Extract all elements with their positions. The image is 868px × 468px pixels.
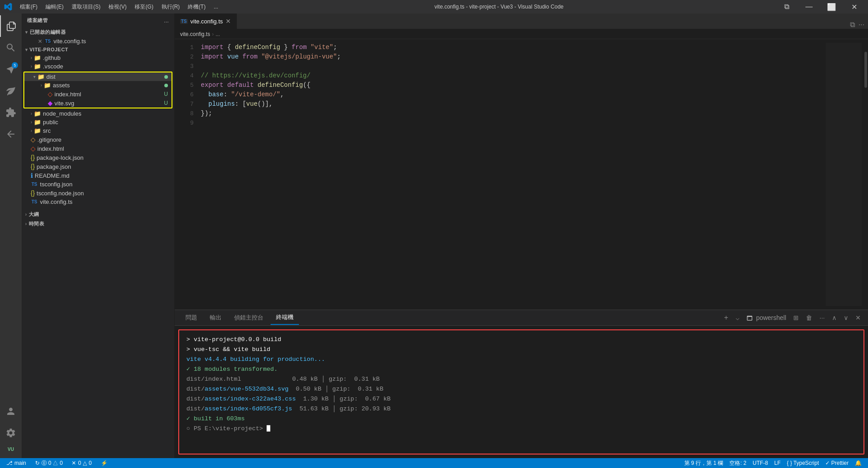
panel-more-button[interactable]: ··· <box>818 313 827 322</box>
status-lightning[interactable]: ⚡ <box>98 460 110 466</box>
open-file-vite-config[interactable]: ✕ TS vite.config.ts <box>22 37 174 45</box>
layout-button[interactable]: ⧉ <box>776 0 797 14</box>
terminal-content[interactable]: > vite-project@0.0.0 build > vue-tsc && … <box>179 330 863 454</box>
split-editor-button[interactable]: ⧉ <box>850 21 855 29</box>
code-line-7: plugins: [vue()], <box>201 99 826 109</box>
breadcrumb-sep: › <box>212 31 214 37</box>
status-errors[interactable]: ✕ 0 △ 0 <box>69 460 94 466</box>
sidebar-more-button[interactable]: ... <box>164 18 169 23</box>
tree-item-tsconfig-node[interactable]: {} tsconfig.node.json <box>22 189 174 198</box>
delete-terminal-button[interactable]: 🗑 <box>804 313 814 322</box>
menu-more[interactable]: ... <box>210 3 222 11</box>
breadcrumb-file[interactable]: vite.config.ts <box>180 31 210 37</box>
tab-close-button[interactable]: ✕ <box>226 18 231 25</box>
add-terminal-button[interactable]: + <box>722 313 730 323</box>
folder-name: src <box>43 127 50 134</box>
status-spaces[interactable]: 空格: 2 <box>727 459 749 467</box>
tab-debug-console[interactable]: 偵錯主控台 <box>229 311 269 324</box>
tree-item-gitignore[interactable]: ◇ .gitignore <box>22 135 174 144</box>
activity-explorer[interactable] <box>0 15 22 37</box>
status-notifications[interactable]: 🔔 <box>852 460 864 466</box>
status-prettier[interactable]: ✓ Prettier <box>823 460 851 466</box>
window-controls[interactable]: ⧉ — ⬜ ✕ <box>776 0 864 14</box>
tree-item-public[interactable]: › 📁 public <box>22 118 174 126</box>
status-cursor-pos[interactable]: 第 9 行，第 1 欄 <box>682 459 726 467</box>
folder-chevron: › <box>31 128 32 133</box>
tab-problems[interactable]: 問題 <box>180 311 203 324</box>
tab-output[interactable]: 輸出 <box>204 311 227 324</box>
terminal-line-1: > vite-project@0.0.0 build <box>186 335 856 345</box>
bell-icon: 🔔 <box>855 460 862 466</box>
panel-down-button[interactable]: ∨ <box>842 313 850 322</box>
editor-more-button[interactable]: ··· <box>859 21 864 29</box>
menu-view[interactable]: 檢視(V) <box>105 2 130 12</box>
ts-icon: TS <box>44 39 52 44</box>
tree-item-vite-config[interactable]: TS vite.config.ts <box>22 198 174 206</box>
maximize-button[interactable]: ⬜ <box>821 0 842 14</box>
tree-item-vite-svg[interactable]: ◆ vite.svg U <box>24 99 172 108</box>
tree-item-index-html[interactable]: ◇ index.html <box>22 144 174 153</box>
tree-item-github[interactable]: › 📁 .github <box>22 54 174 62</box>
tree-item-package-lock[interactable]: {} package-lock.json <box>22 153 174 162</box>
close-button[interactable]: ✕ <box>844 0 864 14</box>
json-icon: {} <box>31 189 35 197</box>
status-eol[interactable]: LF <box>772 460 783 466</box>
menu-selection[interactable]: 選取項目(S) <box>68 2 104 12</box>
tree-item-src[interactable]: › 📁 src <box>22 126 174 135</box>
tab-vite-config[interactable]: TS vite.config.ts ✕ <box>175 14 237 29</box>
activity-settings[interactable] <box>0 422 22 444</box>
split-terminal-button[interactable]: ⌵ <box>734 313 741 322</box>
activity-source-control[interactable]: 5 <box>0 58 22 80</box>
tree-item-vscode[interactable]: › 📁 .vscode <box>22 62 174 71</box>
minimize-button[interactable]: — <box>799 0 819 14</box>
folder-name: .github <box>43 54 60 61</box>
svg-icon: ◆ <box>48 99 53 107</box>
titlebar-menu[interactable]: 檔案(F) 編輯(E) 選取項目(S) 檢視(V) 移至(G) 執行(R) 終機… <box>16 2 222 12</box>
tree-item-package-json[interactable]: {} package.json <box>22 162 174 171</box>
menu-terminal[interactable]: 終機(T) <box>184 2 209 12</box>
menu-run[interactable]: 執行(R) <box>158 2 184 12</box>
terminal-label: powershell <box>745 313 788 322</box>
activity-extensions[interactable] <box>0 102 22 123</box>
tree-item-node-modules[interactable]: › 📁 node_modules <box>22 109 174 118</box>
tree-item-tsconfig[interactable]: TS tsconfig.json <box>22 180 174 189</box>
tree-item-readme[interactable]: ℹ README.md <box>22 171 174 180</box>
activity-search[interactable] <box>0 37 22 58</box>
dist-badge <box>164 75 168 79</box>
menu-edit[interactable]: 編輯(E) <box>42 2 67 12</box>
status-encoding[interactable]: UTF-8 <box>750 460 771 466</box>
activity-run[interactable] <box>0 80 22 102</box>
tree-item-index-html-dist[interactable]: ◇ index.html U <box>24 90 172 99</box>
activity-accounts[interactable] <box>0 400 22 422</box>
project-section[interactable]: ▾ VITE-PROJECT <box>22 45 174 54</box>
activity-remote[interactable] <box>0 123 22 145</box>
panel-up-button[interactable]: ∧ <box>830 313 838 322</box>
folder-name: public <box>43 119 58 126</box>
layout-panel-button[interactable]: ⊞ <box>791 313 800 322</box>
menu-goto[interactable]: 移至(G) <box>131 2 157 12</box>
folder-chevron: › <box>31 111 32 116</box>
tree-item-dist[interactable]: ▾ 📁 dist <box>24 72 172 81</box>
breadcrumb-more[interactable]: ... <box>216 31 220 37</box>
menu-file[interactable]: 檔案(F) <box>16 2 41 12</box>
terminal-line-9: dist/assets/index-6d055cf3.js 51.63 kB │… <box>186 404 856 414</box>
git-icon: ◇ <box>31 136 36 143</box>
editor-scrollbar[interactable] <box>862 43 868 306</box>
tab-terminal[interactable]: 終端機 <box>271 310 299 325</box>
status-branch[interactable]: ⎇ main <box>4 460 29 466</box>
code-editor[interactable]: 1 2 3 4 5 6 7 8 9 import { defineConfig … <box>175 39 868 310</box>
open-editors-section[interactable]: ▾ 已開啟的編輯器 <box>22 27 174 37</box>
timeline-section[interactable]: › 時間表 <box>22 219 174 229</box>
editor-actions: ⧉ ··· <box>846 21 868 29</box>
terminal-line-7: dist/assets/vue-5532db34.svg 0.50 kB │ g… <box>186 384 856 394</box>
panel-close-button[interactable]: ✕ <box>854 313 863 322</box>
json-icon: {} <box>31 154 35 161</box>
status-sync[interactable]: ↻ ⓪ 0 △ 0 <box>32 459 65 467</box>
status-language[interactable]: { } TypeScript <box>784 460 822 466</box>
line-num-3: 3 <box>178 62 194 71</box>
line-num-6: 6 <box>178 90 194 99</box>
outline-section[interactable]: › 大綱 <box>22 210 174 219</box>
outline-label: 大綱 <box>29 211 39 218</box>
close-icon[interactable]: ✕ <box>38 38 42 45</box>
tree-item-assets[interactable]: › 📁 assets <box>24 81 172 90</box>
